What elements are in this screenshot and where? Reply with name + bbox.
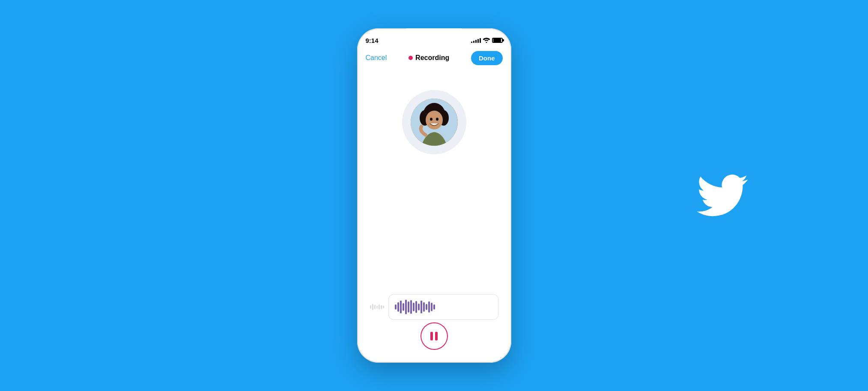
recording-dot-icon (409, 56, 413, 60)
pause-button-container (421, 322, 448, 350)
wifi-icon (483, 38, 490, 43)
avatar-wrapper (402, 90, 466, 154)
pause-button[interactable] (421, 322, 448, 350)
pause-bar-left (430, 332, 433, 340)
phone-mockup: 9:14 Cancel (357, 28, 511, 363)
battery-icon (492, 38, 503, 43)
waveform-section (370, 294, 498, 320)
recording-status: Recording (409, 54, 449, 62)
recording-label: Recording (415, 54, 449, 62)
avatar-image (411, 99, 458, 146)
pause-icon (430, 332, 438, 340)
pause-bar-right (435, 332, 438, 340)
twitter-bird-logo (697, 174, 748, 217)
nav-bar: Cancel Recording Done (357, 47, 511, 69)
avatar (411, 99, 458, 146)
cancel-button[interactable]: Cancel (366, 54, 387, 62)
waveform-outside-bars (370, 304, 384, 310)
svg-point-4 (426, 111, 443, 129)
phone-notch (406, 28, 462, 40)
phone-frame: 9:14 Cancel (357, 28, 511, 363)
content-area (357, 69, 511, 363)
status-icons (471, 38, 503, 43)
signal-bars-icon (471, 38, 481, 43)
status-time: 9:14 (366, 37, 379, 44)
svg-point-5 (430, 118, 433, 121)
svg-point-6 (436, 118, 438, 121)
waveform-box (388, 294, 498, 320)
done-button[interactable]: Done (471, 51, 503, 65)
